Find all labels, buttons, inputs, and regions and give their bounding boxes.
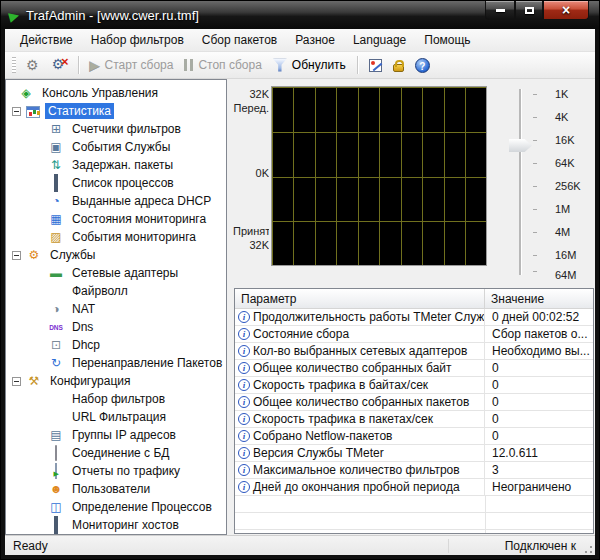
column-header-value[interactable]: Значение [485, 289, 593, 308]
scale-label-64k: 64K [555, 157, 575, 169]
tree-item-statistics[interactable]: Статистика [6, 102, 226, 120]
table-row[interactable]: iСкорость трафика в пакетах/сек 0 [235, 411, 593, 428]
toolbar: ⚙ ⚙× ▶ Старт сбора Стоп сбора Обнулить ? [5, 52, 595, 79]
scale-label-4k: 4K [555, 111, 568, 123]
settings-gear-icon: ⚙ [26, 58, 39, 73]
info-icon: i [238, 396, 250, 408]
resize-grip[interactable] [580, 541, 594, 555]
minimize-button[interactable] [485, 1, 515, 20]
tree-item-filter-set[interactable]: Набор фильтров [6, 390, 226, 408]
reset-counters-button[interactable]: Обнулить [269, 56, 350, 74]
status-connection-text: Подключен к [448, 539, 580, 553]
tree-item-monitoring-states[interactable]: ▦ Состояния мониторинга [6, 210, 226, 228]
tree-item-service-events[interactable]: ▣ События Службы [6, 138, 226, 156]
tree-item-firewall[interactable]: Файрволл [6, 282, 226, 300]
info-icon: i [238, 430, 250, 442]
table-row[interactable]: iПродолжительность работы TMeter Служ...… [235, 309, 593, 326]
tree-item-delayed-packets[interactable]: ⇅ Задержан. пакеты [6, 156, 226, 174]
status-bar: Ready Подключен к [5, 535, 595, 555]
tree-item-dns[interactable]: DNS Dns [6, 318, 226, 336]
users-icon: ☻ [48, 482, 64, 497]
tree-item-services[interactable]: ⚙ Службы [6, 246, 226, 264]
disconnect-button[interactable]: ⚙× [46, 55, 71, 75]
filter-editor-button[interactable] [365, 57, 386, 74]
tick-mark [533, 209, 537, 210]
info-icon: i [238, 447, 250, 459]
tree-item-dhcp-addresses[interactable]: ◔ Выданные адреса DHCP [6, 192, 226, 210]
filter-counters-icon: ⊞ [48, 122, 64, 137]
menu-misc[interactable]: Разное [286, 30, 344, 50]
tree-item-configuration[interactable]: ⚒ Конфигурация [6, 372, 226, 390]
scale-label-1k: 1K [555, 88, 568, 100]
tick-mark [533, 117, 537, 118]
menu-action[interactable]: Действие [11, 30, 82, 50]
tree-item-dhcp[interactable]: ⊡ Dhcp [6, 336, 226, 354]
lock-icon [393, 64, 404, 72]
tree-item-monitoring-events[interactable]: ▨ События мониторинга [6, 228, 226, 246]
settings-button[interactable]: ⚙ [22, 56, 43, 75]
monitoring-events-icon: ▨ [48, 230, 64, 245]
table-row[interactable]: iВерсия Службы TMeter 12.0.611 [235, 445, 593, 462]
maximize-icon [525, 7, 534, 14]
help-icon: ? [415, 58, 430, 73]
start-capture-label: Старт сбора [105, 58, 174, 72]
tree-item-url-filtering[interactable]: URL Фильтрация [6, 408, 226, 426]
start-capture-button[interactable]: ▶ Старт сбора [86, 56, 178, 75]
bar-chart-icon [26, 106, 40, 118]
tree-item-packet-redirect[interactable]: ↻ Перенаправление Пакетов [6, 354, 226, 372]
menu-packet-capture[interactable]: Сбор пакетов [193, 30, 286, 50]
tree-item-process-detection[interactable]: ◫ Определение Процессов [6, 498, 226, 516]
table-row[interactable]: iОбщее количество собранных пакетов 0 [235, 394, 593, 411]
database-connection-icon [55, 445, 57, 461]
title-bar[interactable]: ▶ TrafAdmin - [www.cwer.ru.tmf] × [1, 1, 599, 29]
tree-item-db-connection[interactable]: Соединение с БД [6, 444, 226, 462]
collapse-toggle-icon[interactable] [12, 107, 21, 116]
table-row[interactable]: iДней до окончания пробной периода Неогр… [235, 479, 593, 496]
license-button[interactable] [389, 57, 408, 74]
info-icon: i [238, 413, 250, 425]
management-console-icon: ◈ [18, 86, 34, 101]
maximize-button[interactable] [515, 1, 543, 20]
tree-item-ip-groups[interactable]: ▤ Группы IP адресов [6, 426, 226, 444]
menu-bar: Действие Набор фильтров Сбор пакетов Раз… [5, 29, 595, 52]
table-row[interactable]: iКол-во выбранных сетевых адаптеров Необ… [235, 343, 593, 360]
tick-mark [533, 140, 537, 141]
table-row[interactable]: iСобрано Netflow-пакетов 0 [235, 428, 593, 445]
zero-axis-label: 0K [233, 167, 269, 179]
menu-help[interactable]: Помощь [415, 30, 479, 50]
table-row[interactable]: iСостояние сбора Сбор пакетов о... [235, 326, 593, 343]
table-row[interactable]: iОбщее количество собранных байт 0 [235, 360, 593, 377]
scale-label-64m: 64M [555, 269, 576, 281]
window-title: TrafAdmin - [www.cwer.ru.tmf] [26, 8, 199, 23]
tree-item-nat[interactable]: ◑ NAT [6, 300, 226, 318]
tree-item-network-adapters[interactable]: ▬ Сетевые адаптеры [6, 264, 226, 282]
help-button[interactable]: ? [411, 56, 434, 75]
services-gear-icon: ⚙ [26, 248, 42, 263]
dhcp-leases-icon: ◔ [48, 194, 64, 209]
dhcp-icon: ⊡ [48, 338, 64, 353]
table-row[interactable]: iМаксимальное количество фильтров 3 [235, 462, 593, 479]
toolbar-separator [357, 56, 358, 74]
tree-item-filter-counters[interactable]: ⊞ Счетчики фильтров [6, 120, 226, 138]
table-row[interactable]: iСкорость трафика в байтах/сек 0 [235, 377, 593, 394]
tree-item-users[interactable]: ☻ Пользователи [6, 480, 226, 498]
tree-item-host-monitoring[interactable]: Мониторинг хостов [6, 516, 226, 534]
tree-item-process-list[interactable]: Список процессов [6, 174, 226, 192]
menu-language[interactable]: Language [344, 30, 415, 50]
scale-slider-thumb[interactable] [509, 139, 532, 152]
process-list-icon [54, 174, 58, 192]
tree-item-console[interactable]: ◈ Консоль Управления [6, 84, 226, 102]
menu-filter-set[interactable]: Набор фильтров [82, 30, 193, 50]
tick-mark [533, 232, 537, 233]
host-monitoring-icon [54, 516, 58, 534]
column-header-parameter[interactable]: Параметр [235, 289, 485, 308]
toolbar-grip[interactable] [12, 57, 16, 73]
collapse-toggle-icon[interactable] [12, 251, 21, 260]
tree-item-traffic-reports[interactable]: Отчеты по трафику [6, 462, 226, 480]
close-button[interactable]: × [543, 1, 589, 20]
collapse-toggle-icon[interactable] [12, 377, 21, 386]
info-icon: i [238, 328, 250, 340]
traffic-reports-icon [55, 463, 57, 479]
stop-capture-button[interactable]: Стоп сбора [180, 56, 265, 74]
scale-slider-track[interactable] [519, 89, 522, 275]
